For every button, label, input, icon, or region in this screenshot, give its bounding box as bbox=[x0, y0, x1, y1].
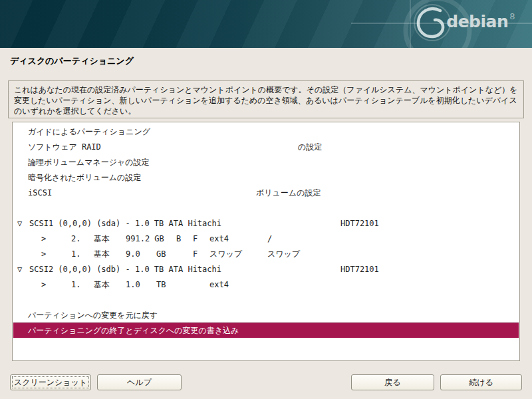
row-text: SCSI1 (0,0,0) (sda) - 1.0 TB ATA Hitachi bbox=[29, 219, 221, 228]
row-text: ext4 bbox=[209, 234, 229, 243]
row-text: F bbox=[193, 249, 198, 259]
disk-sdb[interactable]: ▽SCSI2 (0,0,0) (sdb) - 1.0 TB ATA Hitach… bbox=[13, 261, 519, 277]
spacer-row bbox=[13, 292, 519, 307]
row-text: B bbox=[176, 234, 181, 243]
row-text: 2. bbox=[71, 234, 80, 243]
row-text: ext4 bbox=[209, 280, 229, 289]
row-text: / bbox=[267, 234, 272, 243]
partition-sda1[interactable]: >1.基本9.0GBFスワップスワップ bbox=[13, 246, 519, 261]
row-text: F bbox=[193, 234, 198, 243]
undo-partition-changes[interactable]: パーティションへの変更を元に戻す bbox=[13, 307, 519, 323]
row-text: iSCSI bbox=[28, 188, 52, 198]
chevron-right-icon[interactable]: > bbox=[41, 280, 46, 289]
row-text: パーティショニングの終了とディスクへの変更の書き込み bbox=[28, 325, 239, 336]
row-text: の設定 bbox=[298, 141, 322, 152]
row-text: ソフトウェア RAID bbox=[28, 141, 101, 152]
screenshot-button[interactable]: スクリーンショット bbox=[10, 374, 91, 390]
row-text: 1. bbox=[71, 249, 80, 259]
row-text: 基本 bbox=[94, 248, 110, 259]
row-text: TB bbox=[156, 280, 166, 289]
continue-button[interactable]: 続ける bbox=[440, 374, 522, 390]
row-text: ガイドによるパーティショニング bbox=[28, 126, 150, 137]
partition-list[interactable]: ガイドによるパーティショニングソフトウェア RAIDの設定論理ボリュームマネージ… bbox=[12, 122, 520, 361]
configure-encrypted-volumes[interactable]: 暗号化されたボリュームの設定 bbox=[13, 170, 519, 185]
chevron-right-icon[interactable]: > bbox=[41, 234, 46, 243]
row-text: HDT72101 bbox=[340, 219, 379, 228]
expander-open-icon[interactable]: ▽ bbox=[17, 219, 22, 228]
row-text: 1.0 bbox=[126, 280, 140, 289]
row-text: 991.2 GB bbox=[126, 234, 164, 243]
row-text: パーティションへの変更を元に戻す bbox=[28, 309, 158, 321]
go-back-button[interactable]: 戻る bbox=[351, 374, 434, 390]
configure-iscsi-volumes[interactable]: iSCSIボリュームの設定 bbox=[13, 185, 519, 200]
row-text: スワップ bbox=[209, 248, 242, 259]
finish-partitioning[interactable]: パーティショニングの終了とディスクへの変更の書き込み bbox=[13, 323, 519, 338]
row-text: 論理ボリュームマネージャの設定 bbox=[28, 156, 150, 168]
guided-partitioning[interactable]: ガイドによるパーティショニング bbox=[13, 124, 519, 139]
partition-sdb1[interactable]: >1.基本1.0TBext4 bbox=[13, 277, 519, 292]
row-text: 1. bbox=[71, 280, 80, 289]
row-text: ボリュームの設定 bbox=[256, 187, 321, 198]
chevron-right-icon[interactable]: > bbox=[41, 249, 46, 259]
debian-version: 8 bbox=[509, 11, 515, 21]
disk-sda[interactable]: ▽SCSI1 (0,0,0) (sda) - 1.0 TB ATA Hitach… bbox=[13, 215, 519, 231]
row-text: SCSI2 (0,0,0) (sdb) - 1.0 TB ATA Hitachi bbox=[29, 265, 221, 274]
debian-logo-text: debian8 bbox=[446, 13, 513, 30]
row-text: GB bbox=[156, 249, 166, 259]
row-text: 9.0 bbox=[126, 249, 140, 259]
row-text: スワップ bbox=[267, 248, 300, 259]
description-box: これはあなたの現在の設定済みパーティションとマウントポイントの概要です。その設定… bbox=[8, 80, 524, 118]
row-text: 暗号化されたボリュームの設定 bbox=[28, 172, 141, 183]
configure-software-raid[interactable]: ソフトウェア RAIDの設定 bbox=[13, 139, 519, 154]
page-title: ディスクのパーティショニング bbox=[10, 55, 134, 67]
expander-open-icon[interactable]: ▽ bbox=[17, 265, 22, 274]
partition-sda2[interactable]: >2.基本991.2 GBBFext4/ bbox=[13, 231, 519, 246]
configure-lvm[interactable]: 論理ボリュームマネージャの設定 bbox=[13, 154, 519, 170]
spacer-row bbox=[13, 200, 519, 215]
row-text: HDT72101 bbox=[340, 265, 379, 274]
row-text: 基本 bbox=[94, 279, 110, 290]
description-text: これはあなたの現在の設定済みパーティションとマウントポイントの概要です。その設定… bbox=[14, 85, 518, 116]
header-banner: debian8 bbox=[0, 0, 532, 48]
row-text: 基本 bbox=[94, 233, 110, 244]
help-button[interactable]: ヘルプ bbox=[97, 374, 182, 390]
